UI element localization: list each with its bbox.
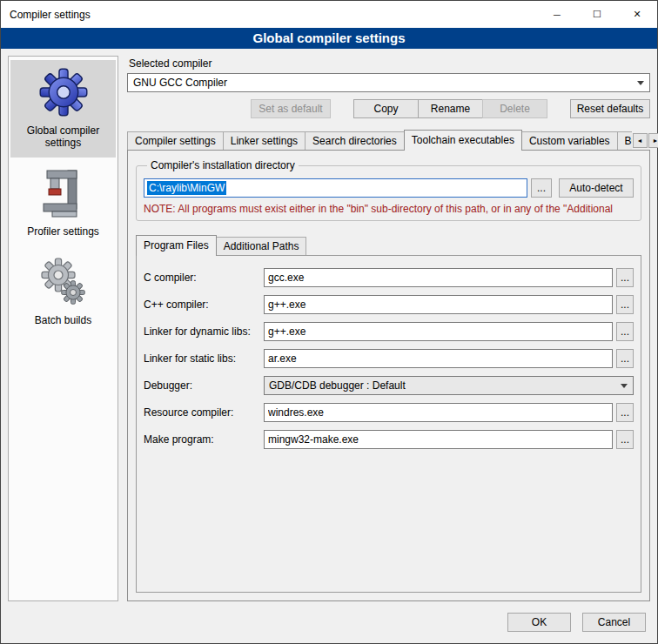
debugger-select[interactable]: GDB/CDB debugger : Default	[264, 376, 634, 395]
toolchain-tab-page: Compiler's installation directory C:\ray…	[127, 150, 650, 601]
static-linker-browse-button[interactable]: ...	[616, 349, 634, 368]
cancel-button[interactable]: Cancel	[582, 613, 646, 632]
chevron-down-icon	[637, 81, 644, 85]
title-bar: Compiler settings ─ ☐ ✕	[1, 1, 657, 28]
minimize-button[interactable]: ─	[537, 1, 577, 28]
window-title: Compiler settings	[1, 1, 537, 28]
delete-button[interactable]: Delete	[482, 99, 547, 118]
dialog-footer: OK Cancel	[1, 608, 657, 643]
tab-scroll-left-button[interactable]: ◄	[633, 133, 648, 148]
tab-scroll-right-button[interactable]: ►	[648, 133, 658, 148]
field-label: Debugger:	[144, 379, 264, 392]
tab-linker-settings[interactable]: Linker settings	[223, 131, 306, 150]
ok-button[interactable]: OK	[507, 613, 571, 632]
resource-compiler-input[interactable]	[264, 403, 613, 422]
field-row: Make program: ...	[144, 430, 634, 449]
auto-detect-button[interactable]: Auto-detect	[559, 178, 634, 198]
make-program-browse-button[interactable]: ...	[616, 430, 634, 449]
tab-compiler-settings[interactable]: Compiler settings	[127, 131, 224, 150]
main-panel: Selected compiler GNU GCC Compiler Set a…	[127, 56, 650, 601]
tab-custom-variables[interactable]: Custom variables	[521, 131, 618, 150]
selected-text: C:\raylib\MinGW	[147, 181, 226, 195]
reset-defaults-button[interactable]: Reset defaults	[570, 99, 650, 118]
tab-build-options[interactable]: Buil	[617, 131, 632, 150]
category-sidebar: Global compiler settings Profiler settin…	[8, 56, 118, 601]
field-row: Linker for dynamic libs: ...	[144, 322, 634, 341]
program-files-page: C compiler: ... C++ compiler: ... Linker…	[136, 255, 641, 593]
subtab-program-files[interactable]: Program Files	[136, 235, 217, 256]
field-label: Linker for dynamic libs:	[144, 325, 264, 338]
cpp-compiler-browse-button[interactable]: ...	[616, 295, 634, 314]
dynamic-linker-browse-button[interactable]: ...	[616, 322, 634, 341]
settings-tab-bar: Compiler settings Linker settings Search…	[127, 130, 650, 150]
sidebar-item-global-compiler-settings[interactable]: Global compiler settings	[10, 60, 116, 158]
c-compiler-input[interactable]	[264, 268, 613, 287]
install-dir-input[interactable]: C:\raylib\MinGW	[144, 178, 527, 198]
field-label: Resource compiler:	[144, 406, 264, 419]
tab-scroll-controls: ◄ ►	[632, 133, 658, 148]
field-row: Debugger: GDB/CDB debugger : Default	[144, 376, 634, 395]
dialog-header: Global compiler settings	[1, 28, 657, 49]
groupbox-legend: Compiler's installation directory	[147, 159, 299, 171]
field-row: Linker for static libs: ...	[144, 349, 634, 368]
sidebar-item-label: Global compiler settings	[12, 124, 114, 149]
gears-icon	[38, 257, 89, 310]
tab-search-directories[interactable]: Search directories	[305, 131, 405, 150]
sidebar-item-batch-builds[interactable]: Batch builds	[10, 250, 116, 335]
make-program-input[interactable]	[264, 430, 613, 449]
debugger-select-value: GDB/CDB debugger : Default	[269, 379, 406, 392]
install-dir-browse-button[interactable]: ...	[531, 178, 552, 198]
field-row: C++ compiler: ...	[144, 295, 634, 314]
compiler-select-value: GNU GCC Compiler	[133, 77, 227, 89]
selected-compiler-label: Selected compiler	[129, 57, 650, 70]
c-compiler-browse-button[interactable]: ...	[616, 268, 634, 287]
gear-icon	[38, 67, 89, 120]
sidebar-item-label: Batch builds	[35, 314, 91, 326]
program-files-tab-bar: Program Files Additional Paths	[136, 235, 641, 255]
copy-button[interactable]: Copy	[353, 99, 419, 118]
field-row: Resource compiler: ...	[144, 403, 634, 422]
cpp-compiler-input[interactable]	[264, 295, 613, 314]
maximize-button[interactable]: ☐	[577, 1, 617, 28]
compiler-select[interactable]: GNU GCC Compiler	[127, 73, 650, 92]
dynamic-linker-input[interactable]	[264, 322, 613, 341]
resource-compiler-browse-button[interactable]: ...	[616, 403, 634, 422]
compiler-settings-dialog: Compiler settings ─ ☐ ✕ Global compiler …	[0, 0, 658, 644]
install-dir-row: C:\raylib\MinGW ... Auto-detect	[144, 178, 634, 198]
subtab-additional-paths[interactable]: Additional Paths	[216, 237, 307, 255]
set-as-default-button[interactable]: Set as default	[251, 99, 331, 118]
rename-button[interactable]: Rename	[418, 99, 483, 118]
note-text: NOTE: All programs must exist either in …	[144, 203, 634, 215]
field-row: C compiler: ...	[144, 268, 634, 287]
profiler-tool-icon	[42, 168, 85, 221]
close-button[interactable]: ✕	[617, 1, 657, 28]
sidebar-item-label: Profiler settings	[27, 225, 99, 238]
chevron-down-icon	[621, 384, 628, 388]
dialog-body: Global compiler settings Profiler settin…	[1, 49, 657, 608]
compiler-buttons-row: Set as default Copy Rename Delete Reset …	[127, 99, 650, 118]
static-linker-input[interactable]	[264, 349, 613, 368]
field-label: C compiler:	[144, 272, 264, 284]
sidebar-item-profiler-settings[interactable]: Profiler settings	[10, 161, 116, 246]
installation-dir-groupbox: Compiler's installation directory C:\ray…	[136, 159, 641, 221]
field-label: Make program:	[144, 433, 264, 446]
field-label: C++ compiler:	[144, 299, 264, 311]
field-label: Linker for static libs:	[144, 352, 264, 365]
tab-toolchain-executables[interactable]: Toolchain executables	[404, 130, 522, 151]
